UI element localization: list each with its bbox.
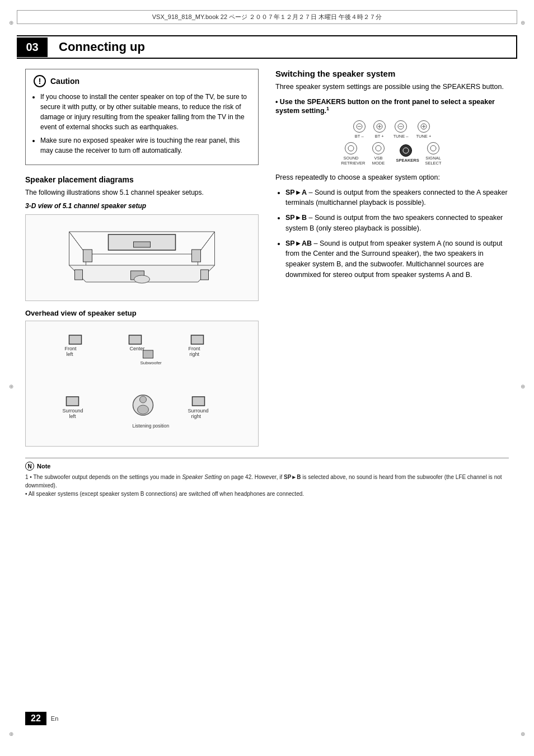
page-number: 22 <box>25 712 46 725</box>
left-column: ! Caution If you choose to install the c… <box>25 69 259 447</box>
corner-mark-ml: ⊕ <box>6 381 17 392</box>
svg-rect-8 <box>75 270 83 280</box>
btn-label-tune-minus: TUNE – <box>394 134 409 139</box>
svg-point-30 <box>138 405 149 414</box>
note-bullet-2: • All speaker systems (except speaker sy… <box>25 491 304 497</box>
svg-rect-7 <box>192 250 201 262</box>
switching-title: Switching the speaker system <box>275 69 509 78</box>
btn-bt-minus: BT – <box>353 120 366 139</box>
svg-text:Surround: Surround <box>188 408 209 414</box>
corner-mark-tr: ⊕ <box>517 17 528 28</box>
svg-text:right: right <box>191 414 202 419</box>
btn-sound-retriever: SOUND RETRIEVER <box>341 142 361 166</box>
corner-mark-tl: ⊕ <box>6 17 17 28</box>
corner-mark-mr: ⊕ <box>517 381 528 392</box>
note-footnote-marker: 1 • <box>25 474 33 480</box>
svg-text:Subwoofer: Subwoofer <box>140 360 162 365</box>
svg-point-45 <box>430 145 436 151</box>
caution-item-1: If you choose to install the center spea… <box>40 92 250 132</box>
press-text: Press repeatedly to choose a speaker sys… <box>275 172 509 183</box>
switching-intro: Three speaker system settings are possib… <box>275 82 509 92</box>
overhead-container: Front left Center Front right Subwoofer … <box>25 321 259 447</box>
note-italic-1: Speaker Setting <box>182 474 222 480</box>
svg-rect-6 <box>83 250 92 262</box>
svg-text:right: right <box>190 351 200 357</box>
svg-point-29 <box>140 396 147 403</box>
page-number-area: 22 En <box>25 712 58 725</box>
right-column: Switching the speaker system Three speak… <box>275 69 509 447</box>
svg-point-44 <box>403 148 409 153</box>
btn-circle-tune-minus <box>395 120 407 133</box>
btn-label-bt-plus: BT + <box>375 134 384 139</box>
svg-text:Surround: Surround <box>63 408 83 414</box>
btn-circle-speakers <box>400 144 412 157</box>
btn-label-signal-select: SIGNAL SELECT <box>424 156 443 166</box>
btn-circle-sound-retriever <box>345 142 357 154</box>
switching-bullet-bold: • Use the SPEAKERS button on the front p… <box>275 98 509 115</box>
file-bar: VSX_918_818_MY.book 22 ページ ２００７年１２月２７日 木… <box>17 10 517 24</box>
btn-tune-minus: TUNE – <box>394 120 409 139</box>
speaker-options-list: SP►A – Sound is output from the speakers… <box>275 187 509 280</box>
button-diagram: BT – BT + TUNE – <box>275 120 509 166</box>
btn-label-sound-retriever: SOUND RETRIEVER <box>341 156 361 166</box>
note-header: N Note <box>25 462 509 471</box>
svg-rect-12 <box>69 335 82 344</box>
btn-bt-plus: BT + <box>373 120 386 139</box>
svg-text:Listening position: Listening position <box>133 423 170 429</box>
chapter-number: 03 <box>17 37 48 57</box>
page-lang: En <box>51 715 58 722</box>
svg-rect-22 <box>67 397 79 406</box>
diagram-3d-label: 3-D view of 5.1 channel speaker setup <box>25 202 259 210</box>
overhead-label: Overhead view of speaker setup <box>25 309 259 317</box>
caution-title: Caution <box>50 77 79 86</box>
option-spab: SP►AB – Sound is output from speaker sys… <box>285 238 509 280</box>
note-title: Note <box>37 463 50 469</box>
btn-circle-bt-plus <box>373 120 386 133</box>
note-section: N Note 1 • The subwoofer output depends … <box>25 458 509 498</box>
button-row-2: SOUND RETRIEVER VSB MODE SPEAKERS <box>341 142 443 166</box>
svg-text:Center: Center <box>130 346 145 351</box>
btn-tune-plus: TUNE + <box>416 120 431 139</box>
svg-text:Front: Front <box>189 346 201 351</box>
svg-rect-5 <box>134 242 151 247</box>
svg-rect-15 <box>129 335 142 344</box>
svg-point-43 <box>376 145 381 151</box>
option-spb: SP►B – Sound is output from the two spea… <box>285 213 509 234</box>
btn-label-speakers: SPEAKERS <box>396 158 416 163</box>
speaker-placement-desc: The following illustrations show 5.1 cha… <box>25 187 259 198</box>
note-text: 1 • The subwoofer output depends on the … <box>25 473 509 498</box>
caution-icon-symbol: ! <box>39 77 41 86</box>
svg-text:Front: Front <box>65 346 77 351</box>
btn-label-vsb-mode: VSB MODE <box>369 156 388 166</box>
overhead-diagram: Overhead view of speaker setup Front lef… <box>25 309 259 447</box>
svg-rect-20 <box>143 350 153 358</box>
caution-box: ! Caution If you choose to install the c… <box>25 69 259 165</box>
btn-label-tune-plus: TUNE + <box>416 134 431 139</box>
speaker-placement-heading: Speaker placement diagrams <box>25 175 259 184</box>
svg-point-11 <box>134 275 150 283</box>
btn-circle-vsb-mode <box>372 142 385 154</box>
btn-circle-tune-plus <box>418 120 430 133</box>
option-spa: SP►A – Sound is output from the speakers… <box>285 187 509 209</box>
svg-rect-17 <box>191 335 204 344</box>
caution-body: If you choose to install the center spea… <box>34 92 250 156</box>
file-bar-text: VSX_918_818_MY.book 22 ページ ２００７年１２月２７日 木… <box>152 13 382 21</box>
btn-vsb-mode: VSB MODE <box>369 142 388 166</box>
svg-rect-9 <box>201 270 209 280</box>
btn-speakers: SPEAKERS <box>396 144 416 163</box>
content-area: ! Caution If you choose to install the c… <box>25 69 509 447</box>
svg-point-42 <box>348 145 354 151</box>
caution-icon: ! <box>34 75 46 87</box>
corner-mark-bl: ⊕ <box>6 728 17 739</box>
note-icon: N <box>25 462 34 471</box>
svg-text:left: left <box>67 351 74 357</box>
caution-item-2: Make sure no exposed speaker wire is tou… <box>40 135 250 156</box>
footnote-sup: 1 <box>326 106 329 111</box>
svg-text:left: left <box>69 414 77 419</box>
chapter-header: 03 Connecting up <box>17 35 517 59</box>
corner-mark-br: ⊕ <box>517 728 528 739</box>
overhead-svg: Front left Center Front right Subwoofer … <box>34 327 250 439</box>
diagram-3d-svg <box>31 220 252 293</box>
btn-circle-bt-minus <box>353 120 366 133</box>
btn-circle-signal-select <box>427 142 439 154</box>
